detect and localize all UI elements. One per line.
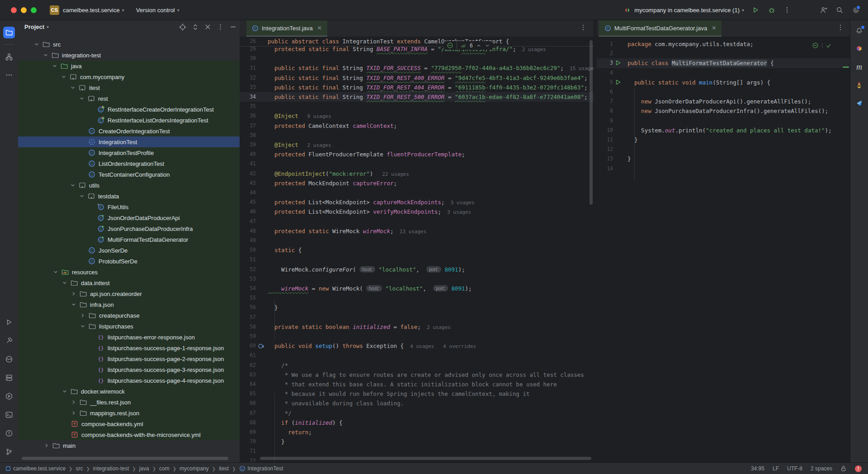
code-line-48[interactable]: 48 protected static WireMock wireMock; 1… [240,226,594,236]
close-window-icon[interactable] [11,7,17,13]
problems-tool-icon[interactable] [3,427,15,439]
breadcrumb-mycompany[interactable]: mycompany [179,465,209,472]
breadcrumb-java[interactable]: java [139,465,149,472]
code-line-42[interactable]: 42 @EndpointInject("mock:error") 22 usag… [240,169,594,178]
chevron-expanded-icon[interactable] [79,323,87,330]
tree-horizontal-scrollbar[interactable] [22,457,228,460]
code-line-53[interactable]: 53 [240,274,594,284]
code-line-33[interactable]: 33 public static final String TXID_FOR_R… [240,83,594,92]
tree-row-main[interactable]: main [18,440,240,451]
tree-row-listpurchases-success-page-4-response.json[interactable]: {}listpurchases-success-page-4-response.… [18,375,240,386]
code-line-31[interactable]: 31 public static final String TXID_FOR_S… [240,63,594,73]
tree-row-listpurchases[interactable]: listpurchases [18,321,240,332]
breadcrumb-camelbee.test.service[interactable]: camelbee.test.service [5,465,66,472]
debug-button[interactable] [767,5,777,15]
chevron-collapsed-icon[interactable] [43,442,51,450]
code-line-50[interactable]: 50 static { [240,245,594,255]
code-line-61[interactable]: 61 [240,351,594,360]
tab-options-icon[interactable] [837,24,845,33]
chevron-expanded-icon[interactable] [69,182,77,189]
chevron-collapsed-icon[interactable] [70,409,78,417]
code-line-7[interactable]: 7 new JsonOrderDataProducerApi().generat… [597,97,850,106]
endpoints-tool-icon[interactable] [3,353,15,365]
unlock-icon[interactable] [840,465,847,472]
editor-horizontal-scrollbar[interactable] [260,457,591,460]
more-tool-windows-icon[interactable] [3,69,15,81]
code-line-69[interactable]: 69 return; [240,427,594,437]
code-line-51[interactable]: 51 [240,255,594,264]
code-line-62[interactable]: 62 /* [240,361,594,370]
chevron-expanded-icon[interactable] [78,95,86,103]
prev-problem-icon[interactable] [476,43,481,48]
services-tool-icon[interactable] [3,390,15,402]
tree-row-ProtobufSerDe[interactable]: CProtobufSerDe [18,256,240,267]
code-line-52[interactable]: 52 WireMock.configureFor( host: "localho… [240,265,594,274]
minimize-window-icon[interactable] [21,7,27,13]
locate-file-icon[interactable] [179,23,186,31]
tree-row-infra.json[interactable]: infra.json [18,299,240,310]
structure-tool-icon[interactable] [3,51,15,63]
run-configuration[interactable]: mycompany in camelbee.test.service (1) ▾ [622,5,744,15]
tree-row-listpurchases-success-page-3-response.json[interactable]: {}listpurchases-success-page-3-response.… [18,364,240,375]
tree-row-resources[interactable]: resources [18,267,240,277]
panel-options-icon[interactable] [217,23,224,31]
code-line-64[interactable]: 64 * that extend this base class. A stat… [240,380,594,389]
tree-row-itest[interactable]: itest [18,82,240,93]
chevron-expanded-icon[interactable] [69,84,77,92]
project-tool-icon[interactable] [3,27,15,38]
tree-row-JsonPurchaseDataProducerInfra[interactable]: CJsonPurchaseDataProducerInfra [18,223,240,234]
search-icon[interactable] [835,5,844,15]
notifications-bell-icon[interactable] [854,25,865,37]
tree-row-createpurchase[interactable]: createpurchase [18,310,240,321]
code-line-5[interactable]: 5 public static void main(String[] args)… [597,78,850,87]
code-line-63[interactable]: 63 * We use a flag to ensure routes are … [240,370,594,380]
project-switcher[interactable]: camelbee.test.service ▾ [63,7,124,14]
build-tool-icon[interactable] [3,335,15,347]
code-line-14[interactable]: 14 [597,164,850,174]
vcs-widget[interactable]: Version control ▾ [136,7,179,14]
expand-collapse-icon[interactable] [191,23,199,31]
close-tab-icon[interactable]: ✕ [317,25,322,31]
line-separator[interactable]: LF [773,465,779,472]
sticky-header-line[interactable]: 26public abstract class IntegrationTest … [240,37,594,47]
code-line-59[interactable]: 59 [240,332,594,341]
code-line-38[interactable]: 38 [240,131,594,140]
tree-row-RestInterfaceListOrdersIntegrationTest[interactable]: CRestInterfaceListOrdersIntegrationTest [18,115,240,126]
chevron-expanded-icon[interactable] [70,301,78,309]
code-line-34[interactable]: 34 public static final String TXID_FOR_R… [240,92,594,102]
run-tool-icon[interactable] [3,316,15,328]
code-line-30[interactable]: 30 [240,54,594,63]
code-line-49[interactable]: 49 [240,236,594,245]
tree-row-src[interactable]: src [18,39,240,50]
chevron-expanded-icon[interactable] [52,268,60,276]
code-line-70[interactable]: 70 } [240,437,594,446]
tab-options-icon[interactable] [580,24,588,33]
chevron-expanded-icon[interactable] [78,192,86,200]
caret-position[interactable]: 34:95 [751,465,764,472]
code-line-9[interactable]: 9 [597,116,850,126]
close-tab-icon[interactable]: ✕ [712,25,716,31]
tab-integrationtest[interactable]: C IntegrationTest.java ✕ [246,20,327,37]
code-line-44[interactable]: 44 [240,188,594,197]
code-line-35[interactable]: 35 [240,102,594,111]
code-line-11[interactable]: 11 } [597,135,850,145]
tree-row-ListOrdersIntegrationTest[interactable]: CListOrdersIntegrationTest [18,158,240,169]
run-gutter-icon[interactable] [615,60,622,66]
project-panel-title[interactable]: Project [24,23,44,30]
tree-row-api.json.createorder[interactable]: api.json.createorder [18,288,240,299]
editor-vertical-scrollbar[interactable] [590,40,593,205]
code-line-66[interactable]: 66 * unavailable during class loading. [240,399,594,408]
code-line-46[interactable]: 46 protected List<MockEndpoint> verifyMo… [240,207,594,216]
tree-row-CreateOrderIntegrationTest[interactable]: CCreateOrderIntegrationTest [18,126,240,136]
code-line-40[interactable]: 40 protected FluentProducerTemplate flue… [240,150,594,159]
tree-row-mappings.rest.json[interactable]: mappings.rest.json [18,408,240,418]
code-line-12[interactable]: 12 [597,145,850,154]
tree-row-compose-backends.yml[interactable]: compose-backends.yml [18,418,240,429]
tree-row-listpurchases-error-response.json[interactable]: {}listpurchases-error-response.json [18,332,240,343]
code-line-55[interactable]: 55 [240,293,594,303]
code-line-13[interactable]: 13} [597,154,850,164]
chevron-expanded-icon[interactable] [33,41,41,48]
breadcrumb-itest[interactable]: itest [219,465,229,472]
error-indicator[interactable]: ! [855,465,862,472]
breadcrumb-src[interactable]: src [75,465,83,472]
